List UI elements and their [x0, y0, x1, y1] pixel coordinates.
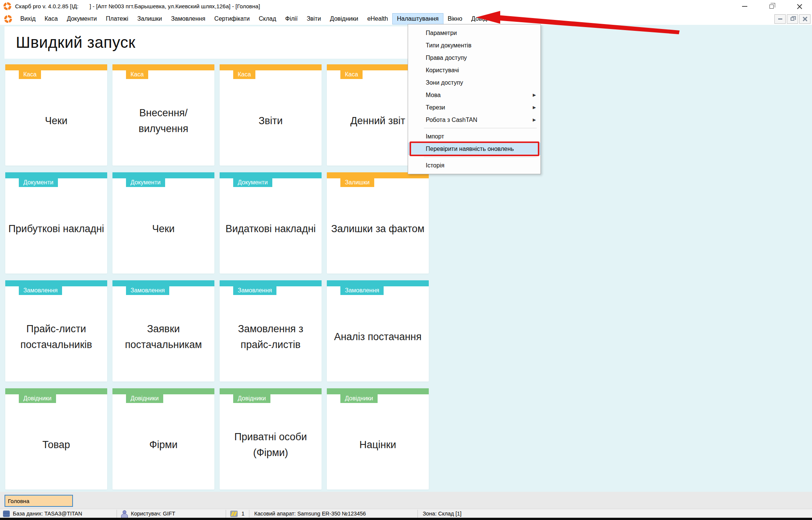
- dropdown-item-terezy[interactable]: Терези▶: [408, 101, 540, 114]
- tile-vydatkovi-nakladni[interactable]: Документи Видаткові накладні: [220, 172, 322, 274]
- tile-category-badge: Довідники: [19, 394, 56, 403]
- tile-cheky-kasa[interactable]: Каса Чеки: [5, 64, 107, 166]
- tile-vnesennya-vyluchennya[interactable]: Каса Внесення/вилучення: [112, 64, 214, 166]
- tile-label: Аналіз постачання: [329, 295, 426, 379]
- tab-holovna[interactable]: Головна: [5, 495, 73, 507]
- dropdown-item-korystuvachi[interactable]: Користувачі: [408, 64, 540, 76]
- dropdown-item-robota-z-cashtan[interactable]: Робота з CashTAN▶: [408, 114, 540, 126]
- minimize-button[interactable]: [739, 3, 750, 10]
- dropdown-item-zony-dostupu[interactable]: Зони доступу: [408, 76, 540, 89]
- tile-category-badge: Каса: [19, 70, 41, 79]
- tile-prais-lysty-postachalnykiv[interactable]: Замовлення Прайс-листи постачальників: [5, 280, 107, 382]
- submenu-arrow-icon: ▶: [533, 93, 536, 97]
- tile-prybutkovi-nakladni[interactable]: Документи Прибуткові накладні: [5, 172, 107, 274]
- tile-category-badge: Документи: [233, 178, 272, 187]
- menu-item-nalashtuvannya[interactable]: Налаштування: [393, 14, 443, 24]
- tile-category-badge: Замовлення: [19, 286, 62, 295]
- tile-natsinky[interactable]: Довідники Націнки: [327, 388, 429, 490]
- minimize-icon: [742, 6, 747, 7]
- tile-category-badge: Каса: [233, 70, 255, 79]
- close-icon: [797, 4, 802, 9]
- tile-category-badge: Документи: [19, 178, 58, 187]
- menu-item-platezhi[interactable]: Платежі: [102, 14, 133, 24]
- title-bar: Скарб pro v. 4.0.2.85 [ІД: ] - [Апт №003…: [0, 0, 812, 13]
- menu-item-sklad[interactable]: Склад: [254, 14, 281, 24]
- status-bar: База даних: TASA3@TITAN Користувач: GIFT…: [0, 509, 812, 518]
- tile-zvity-kasa[interactable]: Каса Звіти: [220, 64, 322, 166]
- tile-category-badge: Замовлення: [126, 286, 169, 295]
- tile-cheky-dokumenty[interactable]: Документи Чеки: [112, 172, 214, 274]
- restore-icon: [791, 17, 794, 21]
- settings-dropdown-menu: Параметри Типи документів Права доступу …: [408, 24, 541, 174]
- menu-item-sertyfikaty[interactable]: Сертифікати: [210, 14, 254, 24]
- close-button[interactable]: [794, 3, 805, 10]
- status-separator: [249, 510, 249, 518]
- page-title: Швидкий запуск: [5, 33, 135, 52]
- close-icon: [803, 17, 807, 21]
- tile-grid: Каса Чеки Каса Внесення/вилучення Каса З…: [5, 64, 429, 490]
- mdi-minimize-button[interactable]: [774, 14, 786, 24]
- submenu-arrow-icon: ▶: [533, 117, 536, 122]
- tile-category-badge: Каса: [340, 70, 363, 79]
- tile-category-badge: Замовлення: [340, 286, 384, 295]
- mdi-restore-button[interactable]: [787, 14, 798, 24]
- dropdown-item-import[interactable]: Імпорт: [408, 130, 540, 143]
- menu-item-zalyshky[interactable]: Залишки: [133, 14, 167, 24]
- menu-item-filii[interactable]: Філії: [281, 14, 302, 24]
- menu-item-kasa[interactable]: Каса: [40, 14, 62, 24]
- tile-label: Фірми: [115, 403, 212, 487]
- minimize-icon: [778, 18, 782, 20]
- tile-label: Чеки: [8, 79, 105, 163]
- status-database: База даних: TASA3@TITAN: [13, 511, 82, 517]
- tile-zamovlennya-z-prais-lystiv[interactable]: Замовлення Замовлення з прайс-листів: [220, 280, 322, 382]
- database-icon: [3, 511, 10, 517]
- tile-category-badge: Довідники: [126, 394, 163, 403]
- status-user: Користувач: GIFT: [131, 511, 175, 517]
- menu-item-vikno[interactable]: Вікно: [443, 14, 467, 24]
- tile-firmy[interactable]: Довідники Фірми: [112, 388, 214, 490]
- tile-label: Прибуткові накладні: [8, 187, 105, 271]
- status-separator: [117, 510, 117, 518]
- mdi-close-button[interactable]: [799, 14, 810, 24]
- tile-category-badge: Залишки: [340, 178, 374, 187]
- dropdown-item-label: Робота з CashTAN: [426, 117, 477, 123]
- tile-label: Залишки за фактом: [329, 187, 426, 271]
- mdi-window-controls: [774, 14, 810, 24]
- menu-item-dovidka[interactable]: Довідка: [467, 14, 498, 24]
- dropdown-item-prava-dostupu[interactable]: Права доступу: [408, 52, 540, 64]
- menu-item-zvity[interactable]: Звіти: [302, 14, 325, 24]
- menu-item-dovidnyky[interactable]: Довідники: [325, 14, 363, 24]
- tile-pryvatni-osoby[interactable]: Довідники Приватні особи (Фірми): [220, 388, 322, 490]
- menu-bar: Вихід Каса Документи Платежі Залишки Зам…: [0, 13, 812, 25]
- window-title: Скарб pro v. 4.0.2.85 [ІД: ] - [Апт №003…: [15, 3, 260, 9]
- menu-item-ehealth[interactable]: eHealth: [363, 14, 392, 24]
- menu-item-dokumenty[interactable]: Документи: [62, 14, 102, 24]
- app-logo-icon: [3, 2, 11, 10]
- menu-separator: [424, 128, 537, 128]
- dropdown-item-typy-dokumentiv[interactable]: Типи документів: [408, 39, 540, 52]
- tile-zaiavky-postachalnykam[interactable]: Замовлення Заявки постачальникам: [112, 280, 214, 382]
- status-cash-register: Касовий апарат: Samsung ER-350 №123456: [254, 511, 366, 517]
- tile-category-badge: Каса: [126, 70, 148, 79]
- tile-tovar[interactable]: Довідники Товар: [5, 388, 107, 490]
- menu-item-vyhid[interactable]: Вихід: [16, 14, 40, 24]
- submenu-arrow-icon: ▶: [533, 105, 536, 110]
- status-separator: [417, 510, 418, 518]
- tile-category-badge: Замовлення: [233, 286, 276, 295]
- app-logo-icon-small: [4, 15, 12, 23]
- tile-label: Замовлення з прайс-листів: [222, 295, 319, 379]
- menu-item-zamovlennya[interactable]: Замовлення: [167, 14, 210, 24]
- dropdown-item-istoriya[interactable]: Історія: [408, 159, 540, 172]
- restore-button[interactable]: [766, 3, 777, 10]
- tile-analiz-postachannya[interactable]: Замовлення Аналіз постачання: [327, 280, 429, 382]
- status-separator: [226, 510, 226, 518]
- dropdown-item-check-updates[interactable]: Перевірити наявність оновлень: [408, 143, 540, 155]
- menu-separator: [424, 157, 537, 157]
- tile-label: Внесення/вилучення: [115, 79, 212, 163]
- tile-category-badge: Довідники: [340, 394, 378, 403]
- tile-label: Приватні особи (Фірми): [222, 403, 319, 487]
- cash-register-icon: [230, 511, 238, 517]
- dropdown-item-mova[interactable]: Мова▶: [408, 89, 540, 101]
- tile-zalyshky-za-faktom[interactable]: Залишки Залишки за фактом: [327, 172, 429, 274]
- dropdown-item-parametry[interactable]: Параметри: [408, 27, 540, 39]
